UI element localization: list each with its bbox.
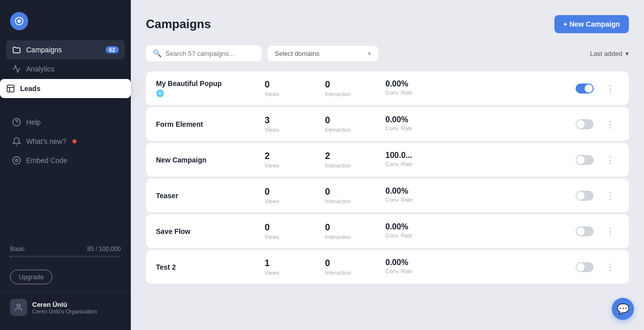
toggle-knob xyxy=(577,156,585,164)
views-stat: 0 Views xyxy=(265,187,295,204)
sidebar-item-whats-new[interactable]: What's new? xyxy=(6,132,125,151)
toggle-knob xyxy=(585,85,593,93)
interaction-value: 0 xyxy=(325,258,355,269)
embed-icon xyxy=(12,156,21,165)
campaign-toggle[interactable] xyxy=(576,119,594,129)
sidebar-item-help[interactable]: Help xyxy=(6,113,125,132)
campaign-name: New Campaign xyxy=(156,156,257,164)
progress-bar-background xyxy=(10,256,121,258)
campaigns-badge: 62 xyxy=(106,46,119,53)
interaction-label: Interaction xyxy=(325,198,355,204)
views-stat: 0 Views xyxy=(265,222,295,240)
conv-rate-value: 0.00% xyxy=(385,79,416,89)
page-title: Campaigns xyxy=(146,17,211,31)
table-row: Teaser 0 Views 0 Interaction 0.00% Conv.… xyxy=(146,179,629,212)
avatar xyxy=(10,299,27,316)
views-value: 0 xyxy=(265,222,295,233)
interaction-stat: 2 Interaction xyxy=(325,151,355,169)
bell-icon xyxy=(12,137,21,146)
interaction-value: 0 xyxy=(325,187,355,197)
campaign-name-cell: Test 2 xyxy=(156,263,257,271)
views-value: 0 xyxy=(265,187,295,197)
sidebar: Campaigns 62 Analytics Leads Leads xyxy=(0,0,131,330)
interaction-stat: 0 Interaction xyxy=(325,187,355,204)
campaign-toggle[interactable] xyxy=(576,262,594,272)
interaction-label: Interaction xyxy=(325,91,355,97)
svg-point-8 xyxy=(16,159,18,162)
sidebar-item-label: Embed Code xyxy=(26,156,67,164)
sidebar-item-campaigns[interactable]: Campaigns 62 xyxy=(6,40,125,59)
interaction-value: 0 xyxy=(325,222,355,233)
more-options-button[interactable]: ⋮ xyxy=(602,188,619,203)
more-options-button[interactable]: ⋮ xyxy=(602,152,619,168)
more-options-button[interactable]: ⋮ xyxy=(602,81,619,96)
stats-group: 1 Views 0 Interaction 0.00% Conv. Rate xyxy=(265,258,568,276)
conv-rate-stat: 0.00% Conv. Rate xyxy=(385,222,416,240)
logo[interactable] xyxy=(0,8,131,40)
campaign-toggle[interactable] xyxy=(576,191,594,201)
globe-icon: 🌐 xyxy=(156,90,257,97)
svg-rect-2 xyxy=(7,85,14,92)
campaign-name: Form Element xyxy=(156,120,257,128)
views-label: Views xyxy=(265,127,295,133)
views-label: Views xyxy=(265,270,295,276)
svg-point-9 xyxy=(17,304,20,307)
views-label: Views xyxy=(265,91,295,97)
plan-usage: 85 / 100,000 xyxy=(87,245,121,253)
table-row: Form Element 3 Views 0 Interaction 0.00%… xyxy=(146,107,629,141)
campaign-toggle[interactable] xyxy=(576,226,594,236)
sidebar-item-embed-code[interactable]: Embed Code xyxy=(6,151,125,170)
conv-rate-label: Conv. Rate xyxy=(385,197,416,203)
plan-section: Basic 85 / 100,000 xyxy=(0,237,131,266)
chat-icon: 💬 xyxy=(617,303,629,315)
views-label: Views xyxy=(265,162,295,169)
toggle-knob xyxy=(577,192,585,200)
views-value: 2 xyxy=(265,151,295,161)
sidebar-item-analytics[interactable]: Analytics xyxy=(6,59,125,78)
campaign-toggle[interactable] xyxy=(576,155,594,165)
sidebar-item-leads[interactable]: Leads Leads xyxy=(6,79,125,98)
table-row: New Campaign 2 Views 2 Interaction 100.0… xyxy=(146,143,629,177)
folder-icon xyxy=(12,45,21,54)
interaction-stat: 0 Interaction xyxy=(325,258,355,276)
interaction-label: Interaction xyxy=(325,234,355,240)
upgrade-button[interactable]: Upgrade xyxy=(10,270,52,284)
views-value: 3 xyxy=(265,115,295,126)
campaign-name: Teaser xyxy=(156,192,257,200)
interaction-label: Interaction xyxy=(325,127,355,133)
sort-chevron-icon: ▾ xyxy=(625,50,629,57)
main-content: Campaigns + New Campaign 🔍 Select domain… xyxy=(131,0,644,330)
more-options-button[interactable]: ⋮ xyxy=(602,224,619,239)
chat-bubble[interactable]: 💬 xyxy=(612,298,634,320)
views-stat: 1 Views xyxy=(265,258,295,276)
plan-label: Basic xyxy=(10,245,25,253)
domain-select[interactable]: Select domains ▾ xyxy=(268,46,378,61)
conv-rate-stat: 0.00% Conv. Rate xyxy=(385,187,416,204)
campaign-name: Test 2 xyxy=(156,263,257,271)
leads-highlight-box: Leads xyxy=(0,79,131,98)
campaign-name-cell: Save Flow xyxy=(156,227,257,235)
campaign-name: Save Flow xyxy=(156,227,257,235)
conv-rate-label: Conv. Rate xyxy=(385,125,416,131)
sort-button[interactable]: Last added ▾ xyxy=(590,50,629,57)
interaction-label: Interaction xyxy=(325,162,355,169)
search-box[interactable]: 🔍 xyxy=(146,45,262,61)
main-header: Campaigns + New Campaign xyxy=(146,15,629,33)
more-options-button[interactable]: ⋮ xyxy=(602,260,619,275)
conv-rate-label: Conv. Rate xyxy=(385,90,416,96)
views-label: Views xyxy=(265,234,295,240)
help-icon xyxy=(12,118,21,127)
interaction-stat: 0 Interaction xyxy=(325,79,355,97)
views-label: Views xyxy=(265,198,295,204)
conv-rate-stat: 0.00% Conv. Rate xyxy=(385,258,416,276)
nav-section: Campaigns 62 Analytics Leads Leads xyxy=(0,40,131,237)
conv-rate-stat: 0.00% Conv. Rate xyxy=(385,115,416,133)
views-value: 1 xyxy=(265,258,295,269)
campaign-toggle[interactable] xyxy=(576,84,594,94)
search-input[interactable] xyxy=(166,50,255,57)
new-campaign-button[interactable]: + New Campaign xyxy=(554,15,629,33)
more-options-button[interactable]: ⋮ xyxy=(602,117,619,132)
stats-group: 3 Views 0 Interaction 0.00% Conv. Rate xyxy=(265,115,568,133)
interaction-value: 0 xyxy=(325,79,355,90)
svg-point-1 xyxy=(18,20,21,23)
